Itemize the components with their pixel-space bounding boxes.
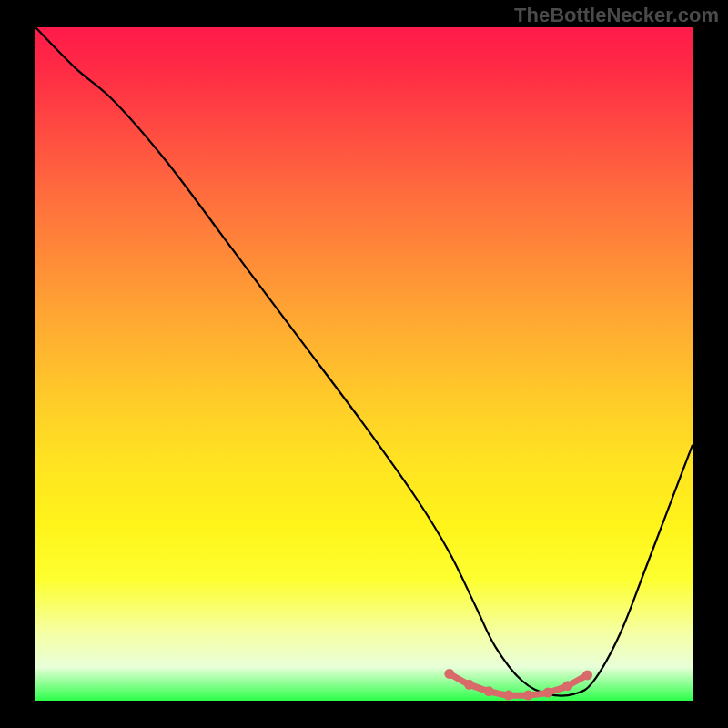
chart-area [35, 27, 693, 701]
valley-highlight-dot [562, 681, 572, 691]
bottleneck-curve-path [35, 27, 693, 696]
chart-svg [35, 27, 693, 701]
valley-highlight-dot [503, 691, 513, 701]
valley-highlight-dot [543, 688, 553, 698]
valley-highlight-dot [523, 691, 533, 701]
valley-highlight-dot [464, 680, 474, 690]
watermark-text: TheBottleNecker.com [514, 4, 719, 27]
valley-highlight-dot [582, 670, 592, 680]
valley-highlight-dot [484, 686, 494, 696]
valley-highlight-dot [444, 669, 454, 679]
